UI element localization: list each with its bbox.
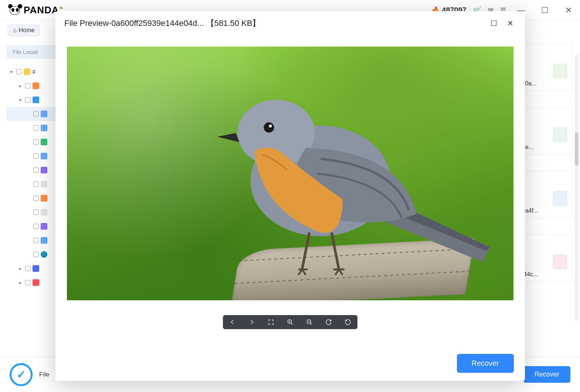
preview-recover-button[interactable]: Recover — [457, 354, 514, 373]
thumbnail — [553, 128, 567, 142]
file-type-icon — [41, 181, 47, 187]
file-type-icon — [41, 223, 47, 230]
file-type-icon — [41, 153, 47, 159]
checkbox[interactable] — [25, 280, 30, 285]
scrollbar-thumb[interactable] — [575, 132, 579, 166]
checkbox[interactable] — [33, 139, 38, 145]
tree-label: F — [33, 69, 36, 75]
checkbox[interactable] — [33, 168, 38, 173]
prev-icon[interactable] — [227, 317, 238, 327]
preview-image-area — [55, 36, 525, 345]
preview-title: File Preview-0a600ff25939e144e04d... 【58… — [64, 18, 260, 29]
rotate-ccw-icon[interactable] — [342, 317, 354, 327]
window-close[interactable]: ✕ — [560, 2, 577, 19]
file-type-icon — [41, 209, 47, 216]
file-type-icon — [33, 97, 39, 103]
thumbnail — [553, 255, 567, 269]
expander-icon[interactable]: ▸ — [18, 280, 23, 285]
preview-close[interactable]: ✕ — [502, 15, 518, 31]
scan-complete-badge: ✓ — [10, 363, 33, 386]
preview-maximize[interactable]: ☐ — [486, 15, 502, 31]
checkbox[interactable] — [25, 97, 30, 102]
scrollbar-track — [575, 55, 579, 321]
home-chip[interactable]: ⌂ Home — [7, 24, 40, 36]
window-maximize[interactable]: ☐ — [536, 2, 553, 19]
file-type-icon — [41, 139, 47, 145]
expander-icon[interactable]: ▸ — [18, 84, 23, 88]
checkbox[interactable] — [25, 83, 30, 88]
checkbox[interactable] — [33, 224, 38, 229]
checkbox[interactable] — [33, 153, 38, 159]
expander-icon[interactable]: ▾ — [9, 70, 14, 74]
recover-button[interactable]: Recover — [523, 366, 570, 383]
checkbox[interactable] — [33, 238, 38, 243]
file-type-icon — [41, 251, 47, 258]
checkbox[interactable] — [33, 111, 38, 116]
svg-point-2 — [264, 122, 274, 133]
expander-icon[interactable]: ▾ — [18, 98, 23, 102]
panda-icon — [9, 5, 21, 16]
checkbox[interactable] — [33, 210, 38, 215]
thumbnail — [553, 191, 567, 205]
svg-point-3 — [269, 125, 272, 128]
rotate-cw-icon[interactable] — [323, 317, 335, 327]
preview-footer: Recover — [55, 345, 525, 381]
checkbox[interactable] — [33, 252, 38, 257]
zoom-in-icon[interactable] — [284, 317, 296, 327]
file-type-icon — [33, 265, 39, 272]
checkbox[interactable] — [33, 196, 38, 201]
file-type-icon — [41, 195, 47, 202]
preview-toolbar — [223, 315, 357, 329]
checkbox[interactable] — [25, 266, 30, 271]
check-icon: ✓ — [17, 368, 26, 381]
expander-icon[interactable]: ▸ — [18, 266, 23, 271]
preview-titlebar: File Preview-0a600ff25939e144e04d... 【58… — [55, 11, 525, 36]
home-icon: ⌂ — [13, 27, 17, 34]
file-type-icon — [41, 167, 47, 173]
checkbox[interactable] — [33, 125, 38, 131]
next-icon[interactable] — [246, 317, 258, 327]
preview-image[interactable] — [67, 47, 513, 300]
file-type-icon — [24, 68, 30, 75]
bird-illustration — [210, 77, 505, 285]
thumbnail — [553, 64, 567, 78]
home-label: Home — [19, 27, 35, 34]
file-type-icon — [41, 125, 47, 131]
checkbox[interactable] — [33, 182, 38, 187]
file-type-icon — [33, 279, 39, 286]
file-type-icon — [33, 82, 39, 89]
zoom-out-icon[interactable] — [303, 317, 315, 327]
file-type-icon — [41, 237, 47, 244]
file-type-icon — [41, 111, 47, 117]
checkbox[interactable] — [16, 69, 21, 74]
fullscreen-icon[interactable] — [265, 317, 277, 327]
preview-modal: File Preview-0a600ff25939e144e04d... 【58… — [55, 11, 525, 381]
footer-status: File — [39, 371, 49, 378]
